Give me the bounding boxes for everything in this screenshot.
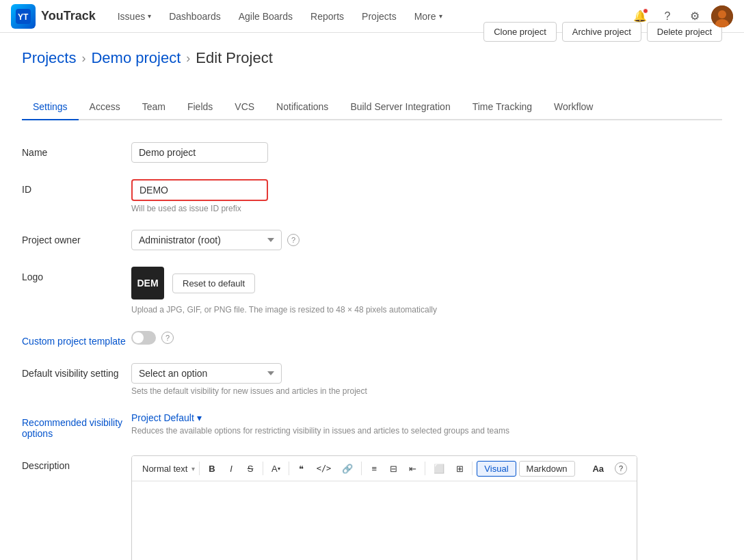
color-button[interactable]: A ▾ bbox=[267, 460, 284, 477]
code-button[interactable]: </> bbox=[313, 460, 336, 477]
ordered-list-button[interactable]: ⊟ bbox=[385, 460, 401, 477]
svg-point-3 bbox=[718, 10, 726, 18]
image-button[interactable]: ⬜ bbox=[429, 460, 449, 477]
notifications-button[interactable]: 🔔 bbox=[629, 5, 651, 27]
unordered-list-button[interactable]: ≡ bbox=[366, 460, 382, 477]
visibility-label: Default visibility setting bbox=[22, 363, 131, 379]
visibility-select[interactable]: Select an option bbox=[131, 363, 282, 384]
italic-button[interactable]: I bbox=[223, 460, 239, 477]
template-toggle-row: ? bbox=[131, 331, 637, 345]
breadcrumb-projects[interactable]: Projects bbox=[22, 49, 76, 67]
visual-mode-button[interactable]: Visual bbox=[477, 461, 516, 477]
description-editor: Normal text Heading 1 Heading 2 ▾ B I S bbox=[131, 455, 637, 560]
nav-agile-boards[interactable]: Agile Boards bbox=[230, 5, 301, 27]
template-help-icon[interactable]: ? bbox=[161, 332, 174, 344]
user-avatar[interactable] bbox=[711, 5, 733, 27]
tab-workflow[interactable]: Workflow bbox=[543, 94, 604, 120]
divider-5 bbox=[425, 462, 425, 475]
name-input[interactable] bbox=[131, 142, 268, 163]
nav-issues[interactable]: Issues ▾ bbox=[109, 5, 159, 27]
gear-icon: ⚙ bbox=[690, 10, 700, 23]
visibility-select-wrapper: Select an option bbox=[131, 363, 282, 384]
ul-icon: ≡ bbox=[372, 464, 377, 474]
nav-dashboards[interactable]: Dashboards bbox=[161, 5, 229, 27]
tab-notifications[interactable]: Notifications bbox=[265, 94, 339, 120]
editor-toolbar: Normal text Heading 1 Heading 2 ▾ B I S bbox=[132, 456, 637, 481]
nav-more[interactable]: More ▾ bbox=[406, 5, 451, 27]
logo-hint: Upload a JPG, GIF, or PNG file. The imag… bbox=[131, 305, 637, 315]
tab-vcs[interactable]: VCS bbox=[224, 94, 265, 120]
ol-icon: ⊟ bbox=[390, 464, 397, 474]
format-select[interactable]: Normal text Heading 1 Heading 2 bbox=[137, 461, 193, 477]
blockquote-icon: ❝ bbox=[299, 464, 304, 474]
owner-select[interactable]: Administrator (root) bbox=[131, 230, 282, 250]
settings-form: Name ID Will be used as issue ID prefix … bbox=[22, 142, 637, 560]
format-chevron-icon: ▾ bbox=[191, 465, 195, 472]
image-icon: ⬜ bbox=[434, 464, 444, 474]
owner-help-icon[interactable]: ? bbox=[287, 234, 300, 246]
divider-4 bbox=[361, 462, 362, 475]
name-control-area bbox=[131, 142, 637, 163]
nav-projects[interactable]: Projects bbox=[354, 5, 405, 27]
name-row: Name bbox=[22, 142, 637, 163]
logo-control-area: DEM Reset to default Upload a JPG, GIF, … bbox=[131, 267, 637, 315]
owner-label: Project owner bbox=[22, 230, 131, 245]
breadcrumb-current: Edit Project bbox=[196, 49, 273, 67]
id-label: ID bbox=[22, 179, 131, 195]
tabs-container: Settings Access Team Fields VCS Notifica… bbox=[22, 94, 722, 120]
tab-time-tracking[interactable]: Time Tracking bbox=[462, 94, 543, 120]
divider-3 bbox=[289, 462, 289, 475]
recommended-link[interactable]: Project Default ▾ bbox=[131, 412, 202, 423]
reset-logo-button[interactable]: Reset to default bbox=[172, 274, 255, 293]
link-button[interactable]: 🔗 bbox=[338, 460, 357, 477]
table-button[interactable]: ⊞ bbox=[451, 460, 468, 477]
recommended-label: Recommended visibility options bbox=[22, 412, 131, 439]
tab-settings[interactable]: Settings bbox=[22, 94, 79, 120]
description-textarea[interactable] bbox=[132, 481, 637, 560]
help-icon: ? bbox=[665, 10, 671, 23]
breadcrumb-separator-2: › bbox=[186, 51, 190, 66]
blockquote-button[interactable]: ❝ bbox=[293, 460, 310, 477]
markdown-mode-button[interactable]: Markdown bbox=[519, 461, 575, 477]
tab-team[interactable]: Team bbox=[131, 94, 176, 120]
breadcrumb: Projects › Demo project › Edit Project bbox=[22, 49, 722, 67]
divider-2 bbox=[263, 462, 263, 475]
tab-fields[interactable]: Fields bbox=[176, 94, 224, 120]
template-toggle[interactable] bbox=[131, 331, 156, 345]
tab-build-server-integration[interactable]: Build Server Integration bbox=[339, 94, 461, 120]
nav-reports[interactable]: Reports bbox=[302, 5, 352, 27]
bold-button[interactable]: B bbox=[204, 460, 220, 477]
logo-area[interactable]: YT YouTrack bbox=[11, 4, 96, 29]
color-chevron-icon: ▾ bbox=[278, 466, 280, 472]
id-row: ID Will be used as issue ID prefix bbox=[22, 179, 637, 213]
logo-row: Logo DEM Reset to default Upload a JPG, … bbox=[22, 267, 637, 315]
description-control-area: Normal text Heading 1 Heading 2 ▾ B I S bbox=[131, 455, 637, 560]
recommended-control-area: Project Default ▾ Reduces the available … bbox=[131, 412, 637, 436]
editor-help-button[interactable]: ? bbox=[611, 460, 631, 477]
strikethrough-button[interactable]: S bbox=[242, 460, 258, 477]
owner-control-area: Administrator (root) ? bbox=[131, 230, 637, 250]
app-logo-text: YouTrack bbox=[41, 9, 96, 23]
svg-text:YT: YT bbox=[18, 12, 29, 22]
link-icon: 🔗 bbox=[342, 464, 353, 474]
tab-access[interactable]: Access bbox=[79, 94, 131, 120]
template-label: Custom project template bbox=[22, 331, 131, 347]
outdent-button[interactable]: ⇤ bbox=[404, 460, 421, 477]
visibility-control-area: Select an option Sets the default visibi… bbox=[131, 363, 637, 396]
help-button[interactable]: ? bbox=[656, 5, 678, 27]
breadcrumb-demo-project[interactable]: Demo project bbox=[91, 49, 181, 67]
chevron-down-icon: ▾ bbox=[148, 12, 151, 20]
id-input[interactable] bbox=[131, 179, 268, 201]
divider-6 bbox=[472, 462, 473, 475]
page-header: Clone project Archive project Delete pro… bbox=[22, 49, 722, 67]
template-row: Custom project template ? bbox=[22, 331, 637, 347]
code-icon: </> bbox=[317, 464, 332, 473]
description-label: Description bbox=[22, 455, 131, 471]
owner-row: Project owner Administrator (root) ? bbox=[22, 230, 637, 250]
outdent-icon: ⇤ bbox=[409, 464, 416, 474]
page-content: Clone project Archive project Delete pro… bbox=[0, 33, 744, 560]
name-label: Name bbox=[22, 142, 131, 158]
font-size-button[interactable]: Aa bbox=[588, 462, 608, 476]
settings-button[interactable]: ⚙ bbox=[684, 5, 706, 27]
logo-preview-row: DEM Reset to default bbox=[131, 267, 637, 299]
